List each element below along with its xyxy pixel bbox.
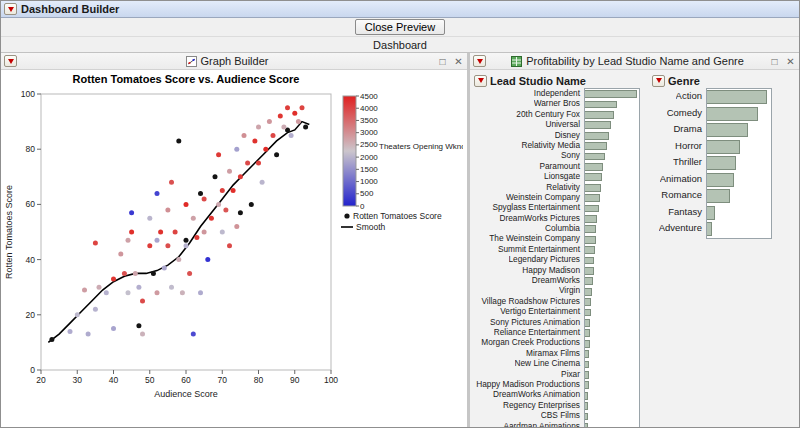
- bar[interactable]: [585, 340, 590, 348]
- bar[interactable]: [707, 140, 740, 154]
- data-point[interactable]: [176, 138, 181, 143]
- bar[interactable]: [585, 423, 588, 427]
- bar[interactable]: [585, 413, 588, 421]
- bar[interactable]: [585, 371, 589, 379]
- data-point[interactable]: [104, 290, 109, 295]
- bar[interactable]: [585, 298, 591, 306]
- data-point[interactable]: [202, 230, 207, 235]
- bar[interactable]: [707, 189, 730, 203]
- data-point[interactable]: [122, 271, 127, 276]
- bar[interactable]: [585, 121, 611, 129]
- data-point[interactable]: [155, 238, 160, 243]
- data-point[interactable]: [231, 188, 236, 193]
- data-point[interactable]: [184, 238, 189, 243]
- data-point[interactable]: [300, 105, 305, 110]
- close-icon[interactable]: ✕: [785, 56, 796, 67]
- data-point[interactable]: [285, 105, 290, 110]
- data-point[interactable]: [274, 152, 279, 157]
- data-point[interactable]: [169, 285, 174, 290]
- data-point[interactable]: [82, 288, 87, 293]
- data-point[interactable]: [129, 210, 134, 215]
- data-point[interactable]: [86, 332, 91, 337]
- data-point[interactable]: [147, 243, 152, 248]
- maximize-icon[interactable]: □: [437, 56, 448, 67]
- data-point[interactable]: [249, 202, 254, 207]
- data-point[interactable]: [227, 169, 232, 174]
- bar[interactable]: [585, 132, 609, 140]
- bar[interactable]: [585, 236, 596, 244]
- data-point[interactable]: [173, 230, 178, 235]
- bar[interactable]: [585, 350, 589, 358]
- data-point[interactable]: [260, 180, 265, 185]
- data-point[interactable]: [234, 147, 239, 152]
- data-point[interactable]: [147, 216, 152, 221]
- data-point[interactable]: [292, 111, 297, 116]
- red-triangle-menu-icon[interactable]: [4, 55, 17, 67]
- data-point[interactable]: [220, 230, 225, 235]
- data-point[interactable]: [68, 329, 73, 334]
- red-triangle-menu-icon[interactable]: [4, 3, 17, 15]
- data-point[interactable]: [205, 257, 210, 262]
- bar[interactable]: [585, 194, 600, 202]
- data-point[interactable]: [289, 133, 294, 138]
- data-point[interactable]: [140, 332, 145, 337]
- data-point[interactable]: [216, 202, 221, 207]
- bar[interactable]: [585, 246, 595, 254]
- data-point[interactable]: [227, 243, 232, 248]
- data-point[interactable]: [256, 125, 261, 130]
- data-point[interactable]: [155, 290, 160, 295]
- close-icon[interactable]: ✕: [453, 56, 464, 67]
- bar[interactable]: [585, 309, 591, 317]
- data-point[interactable]: [180, 290, 185, 295]
- bar[interactable]: [585, 267, 594, 275]
- dashboard-tab[interactable]: Dashboard: [1, 37, 799, 53]
- data-point[interactable]: [194, 235, 199, 240]
- data-point[interactable]: [184, 243, 189, 248]
- data-point[interactable]: [296, 119, 301, 124]
- bar[interactable]: [585, 225, 596, 233]
- red-triangle-menu-icon[interactable]: [474, 75, 487, 87]
- data-point[interactable]: [111, 326, 116, 331]
- data-point[interactable]: [202, 196, 207, 201]
- data-point[interactable]: [136, 323, 141, 328]
- bar[interactable]: [585, 392, 588, 400]
- bar[interactable]: [707, 222, 712, 236]
- data-point[interactable]: [165, 243, 170, 248]
- data-point[interactable]: [278, 114, 283, 119]
- data-point[interactable]: [234, 224, 239, 229]
- data-point[interactable]: [216, 152, 221, 157]
- bar[interactable]: [707, 156, 736, 170]
- data-point[interactable]: [140, 299, 145, 304]
- data-point[interactable]: [49, 337, 54, 342]
- data-point[interactable]: [75, 312, 80, 317]
- bar[interactable]: [585, 402, 588, 410]
- data-point[interactable]: [126, 290, 131, 295]
- data-point[interactable]: [151, 271, 156, 276]
- bar[interactable]: [585, 111, 614, 119]
- data-point[interactable]: [133, 271, 138, 276]
- bar[interactable]: [585, 215, 597, 223]
- data-point[interactable]: [118, 252, 123, 257]
- bar[interactable]: [585, 329, 590, 337]
- bar[interactable]: [585, 381, 589, 389]
- data-point[interactable]: [162, 265, 167, 270]
- bar[interactable]: [707, 90, 767, 104]
- data-point[interactable]: [191, 216, 196, 221]
- data-point[interactable]: [97, 285, 102, 290]
- bar[interactable]: [585, 90, 637, 98]
- bar[interactable]: [707, 123, 748, 137]
- data-point[interactable]: [165, 207, 170, 212]
- data-point[interactable]: [158, 230, 163, 235]
- bar[interactable]: [585, 277, 593, 285]
- data-point[interactable]: [252, 138, 257, 143]
- data-point[interactable]: [176, 257, 181, 262]
- bar[interactable]: [585, 153, 605, 161]
- bar[interactable]: [585, 142, 607, 150]
- bar[interactable]: [585, 288, 592, 296]
- data-point[interactable]: [267, 119, 272, 124]
- data-point[interactable]: [223, 207, 228, 212]
- data-point[interactable]: [129, 230, 134, 235]
- bar[interactable]: [585, 205, 599, 213]
- maximize-icon[interactable]: □: [769, 56, 780, 67]
- data-point[interactable]: [209, 216, 214, 221]
